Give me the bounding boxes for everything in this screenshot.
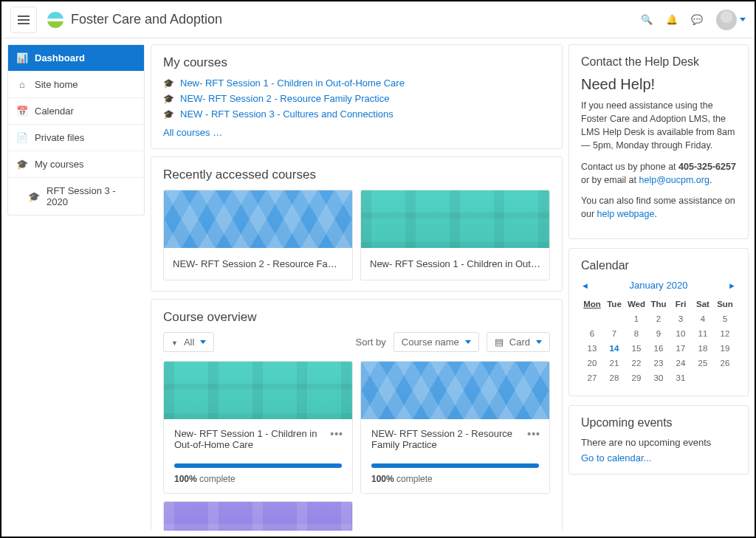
course-overview-block: Course overview All Sort by Course name …: [151, 299, 563, 531]
layout-label: Card: [509, 337, 530, 348]
dash-icon: [17, 52, 27, 63]
navbar-right: [641, 10, 746, 30]
sort-dropdown[interactable]: Course name: [394, 332, 479, 352]
course-banner: [361, 362, 549, 419]
calendar-dow: Sat: [692, 297, 714, 311]
course-actions-menu[interactable]: •••: [330, 428, 343, 440]
nav-item-label: Calendar: [35, 106, 74, 117]
cap-icon: [29, 191, 39, 202]
course-link-text[interactable]: NEW- RFT Session 2 - Resource Family Pra…: [180, 93, 389, 104]
upcoming-heading: Upcoming events: [581, 416, 736, 430]
course-link[interactable]: New- RFT Session 1 - Children in Out-of-…: [163, 77, 550, 89]
course-link[interactable]: NEW- RFT Session 2 - Resource Family Pra…: [163, 93, 550, 104]
calendar-day[interactable]: 14: [603, 341, 625, 356]
calendar-day[interactable]: 16: [647, 341, 670, 356]
help-email-link[interactable]: help@oucpm.org: [639, 175, 709, 185]
calendar-day[interactable]: 5: [714, 311, 736, 326]
help-desk-block: Contact the Help Desk Need Help! If you …: [568, 44, 749, 239]
brand-title: Foster Care and Adoption: [71, 12, 222, 27]
calendar-day[interactable]: 13: [581, 341, 603, 356]
calendar-day: [714, 370, 736, 385]
brand[interactable]: Foster Care and Adoption: [47, 12, 222, 28]
overview-filter-dropdown[interactable]: All: [163, 332, 214, 352]
nav-drawer: DashboardSite homeCalendarPrivate filesM…: [7, 44, 145, 215]
calendar-day[interactable]: 10: [670, 326, 692, 341]
calendar-day[interactable]: 12: [714, 326, 736, 341]
calendar-block: Calendar ◄ January 2020 ► MonTueWedThuFr…: [568, 248, 749, 396]
search-icon[interactable]: [641, 14, 653, 25]
go-to-calendar-link[interactable]: Go to calendar...: [581, 452, 651, 463]
calendar-day[interactable]: 7: [603, 326, 625, 341]
progress-text: 100% complete: [174, 474, 342, 484]
all-courses-link[interactable]: All courses …: [163, 127, 550, 138]
chevron-down-icon: [740, 18, 746, 21]
calendar-day[interactable]: 27: [581, 370, 603, 385]
nav-item-label: Private files: [35, 132, 84, 143]
calendar-day[interactable]: 8: [625, 326, 647, 341]
recent-course-tile[interactable]: New- RFT Session 1 - Children in Out-of-…: [360, 190, 550, 280]
calendar-day[interactable]: 11: [692, 326, 714, 341]
layout-dropdown[interactable]: Card: [487, 332, 550, 352]
calendar-day[interactable]: 19: [714, 341, 736, 356]
calendar-day[interactable]: 20: [581, 356, 603, 370]
calendar-day[interactable]: 3: [670, 311, 692, 326]
calendar-day[interactable]: 9: [647, 326, 670, 341]
calendar-day[interactable]: 28: [603, 370, 625, 385]
course-link-text[interactable]: NEW - RFT Session 3 - Cultures and Conne…: [180, 108, 394, 120]
calendar-dow: Thu: [647, 297, 670, 311]
overview-filter-label: All: [184, 337, 194, 348]
chevron-down-icon: [536, 340, 542, 344]
course-link[interactable]: NEW - RFT Session 3 - Cultures and Conne…: [163, 108, 550, 120]
course-link-text[interactable]: New- RFT Session 1 - Children in Out-of-…: [180, 77, 405, 89]
upcoming-empty: There are no upcoming events: [581, 437, 736, 448]
nav-item-label: Site home: [35, 79, 78, 90]
nav-item-dashboard[interactable]: Dashboard: [8, 45, 144, 71]
calendar-dow: Fri: [670, 297, 692, 311]
calendar-day[interactable]: 21: [603, 356, 625, 370]
calendar-day[interactable]: 22: [625, 356, 647, 370]
notifications-icon[interactable]: [666, 14, 678, 25]
help-desk-title: Contact the Help Desk: [581, 55, 736, 69]
messages-icon[interactable]: [691, 14, 703, 25]
help-paragraph-3: You can also find some assistance on our…: [581, 194, 736, 221]
filter-icon: [171, 337, 178, 348]
calendar-month-link[interactable]: January 2020: [630, 280, 688, 291]
progress-text: 100% complete: [371, 474, 539, 484]
calendar-day[interactable]: 17: [670, 341, 692, 356]
overview-course-tile[interactable]: NEW - RFT Session 3 - Cultures and Conne…: [163, 501, 353, 531]
overview-tile-title: NEW- RFT Session 2 - Resource Family Pra…: [371, 428, 539, 453]
brand-logo-icon: [47, 12, 63, 28]
calendar-day[interactable]: 30: [647, 370, 670, 385]
calendar-day[interactable]: 15: [625, 341, 647, 356]
course-banner: [164, 362, 352, 419]
nav-item-site-home[interactable]: Site home: [8, 71, 144, 97]
calendar-day[interactable]: 1: [625, 311, 647, 326]
calendar-day[interactable]: 2: [647, 311, 670, 326]
calendar-next-button[interactable]: ►: [728, 281, 736, 290]
help-webpage-link[interactable]: help webpage: [597, 209, 655, 219]
calendar-day[interactable]: 25: [692, 356, 714, 370]
calendar-day[interactable]: 6: [581, 326, 603, 341]
user-menu[interactable]: [716, 10, 746, 30]
upcoming-events-block: Upcoming events There are no upcoming ev…: [568, 405, 749, 475]
course-actions-menu[interactable]: •••: [527, 428, 540, 440]
graduation-cap-icon: [163, 109, 174, 120]
nav-item-calendar[interactable]: Calendar: [8, 97, 144, 124]
calendar-day[interactable]: 31: [670, 370, 692, 385]
calendar-day[interactable]: 24: [670, 356, 692, 370]
calendar-day[interactable]: 4: [692, 311, 714, 326]
home-icon: [17, 79, 27, 90]
nav-item-private-files[interactable]: Private files: [8, 124, 144, 151]
overview-course-tile[interactable]: NEW- RFT Session 2 - Resource Family Pra…: [360, 361, 550, 494]
hamburger-button[interactable]: [10, 7, 37, 33]
nav-item-rft-session-3-2020[interactable]: RFT Session 3 - 2020: [8, 177, 144, 215]
recent-course-tile[interactable]: NEW- RFT Session 2 - Resource Family Pra…: [163, 190, 353, 280]
calendar-day[interactable]: 26: [714, 356, 736, 370]
overview-course-tile[interactable]: New- RFT Session 1 - Children in Out-of-…: [163, 361, 353, 494]
calendar-day[interactable]: 29: [625, 370, 647, 385]
calendar-prev-button[interactable]: ◄: [581, 281, 589, 290]
nav-item-my-courses[interactable]: My courses: [8, 151, 144, 177]
right-sidebar: Contact the Help Desk Need Help! If you …: [568, 44, 749, 531]
calendar-day[interactable]: 23: [647, 356, 670, 370]
calendar-day[interactable]: 18: [692, 341, 714, 356]
